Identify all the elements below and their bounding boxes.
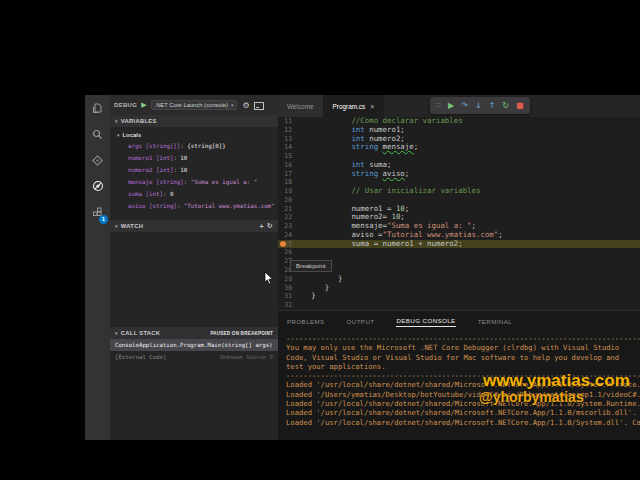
debug-sidebar: DEBUG ▶ .NET Core Launch (console) ▾ ⚙ ▾… — [110, 95, 278, 440]
explorer-icon — [92, 103, 103, 114]
editor-tabs: WelcomeProgram.cs× — [278, 95, 384, 117]
add-watch-icon[interactable]: + — [259, 223, 263, 230]
code-line-19[interactable]: 19 // Usar inicializar variables — [278, 187, 640, 196]
source-control-icon — [92, 155, 103, 166]
debug-toolbar: ∷▶↷↓↑↻■ — [430, 97, 530, 114]
close-tab-icon[interactable]: × — [370, 103, 374, 110]
locals-scope[interactable]: ▾ Locals — [110, 127, 278, 140]
stack-frame[interactable]: ConsoleApplication.Program.Main(string[]… — [110, 339, 278, 351]
code-line-14[interactable]: 14 string mensaje; — [278, 143, 640, 152]
debug-sidebar-toolbar: DEBUG ▶ .NET Core Launch (console) ▾ ⚙ — [110, 95, 278, 115]
locals-label: Locals — [123, 132, 142, 138]
sidebar-item-extensions[interactable]: 1 — [85, 199, 110, 225]
refresh-watch-icon[interactable]: ↻ — [267, 222, 273, 230]
step-out-icon[interactable]: ↑ — [489, 97, 496, 114]
code-line-29[interactable]: 29 } — [278, 275, 640, 284]
line-number: 12 — [278, 126, 298, 135]
watermark-site: www.ymatias.com — [483, 371, 630, 391]
sidebar-item-source-control[interactable] — [85, 147, 110, 173]
variables-list: args [string[]]: {string[0]}numero1 [int… — [110, 140, 278, 212]
extensions-badge: 1 — [99, 215, 108, 224]
console-line: Code, Visual Studio or Visual Studio for… — [286, 353, 640, 362]
panel-tab-output[interactable]: OUTPUT — [347, 315, 375, 327]
twisty-icon: ▾ — [115, 223, 118, 229]
variable-value: 10 — [180, 155, 187, 161]
variable-colon: : — [184, 179, 191, 185]
panel-tabs: PROBLEMSOUTPUTDEBUG CONSOLETERMINAL — [278, 311, 640, 330]
code-line-27[interactable]: 27 — [278, 257, 640, 266]
launch-config-select[interactable]: .NET Core Launch (console) ▾ — [151, 100, 238, 110]
gear-icon[interactable]: ⚙ — [242, 101, 249, 110]
watch-body — [110, 232, 278, 327]
panel-tab-debug-console[interactable]: DEBUG CONSOLE — [396, 314, 455, 327]
code-text: suma = numero1 + numero2; — [298, 240, 463, 249]
sidebar-item-explorer[interactable] — [85, 95, 110, 121]
sidebar-item-debug[interactable] — [85, 173, 110, 199]
line-number: 24 — [278, 231, 298, 240]
variables-header-label: VARIABLES — [121, 118, 157, 124]
panel-tab-terminal[interactable]: TERMINAL — [478, 315, 513, 327]
tab-label: Program.cs — [333, 103, 366, 110]
step-over-icon[interactable]: ↷ — [461, 97, 468, 114]
breakpoint-icon[interactable] — [280, 241, 286, 247]
variable-row[interactable]: aviso [string]: "Tutorial www.ymatias.co… — [128, 200, 278, 212]
line-number: 19 — [278, 187, 298, 196]
start-debug-icon[interactable]: ▶ — [141, 101, 146, 109]
variable-name: aviso [string] — [128, 203, 177, 209]
variable-row[interactable]: numero1 [int]: 10 — [128, 152, 278, 164]
line-number: 22 — [278, 213, 298, 222]
tab-label: Welcome — [287, 103, 314, 110]
code-text: } — [298, 292, 316, 301]
watermark-handle: @yhorbymatias — [479, 389, 584, 405]
drag-handle-icon[interactable]: ∷ — [436, 97, 441, 114]
launch-config-value: .NET Core Launch (console) — [155, 102, 228, 108]
code-text: string mensaje; — [298, 143, 418, 152]
console-line: Loaded '/usr/local/share/dotnet/shared/M… — [286, 418, 640, 427]
line-number: 23 — [278, 222, 298, 231]
continue-icon[interactable]: ▶ — [448, 97, 454, 114]
line-number: 18 — [278, 178, 298, 187]
twisty-icon: ▾ — [115, 118, 118, 124]
twisty-icon: ▾ — [117, 132, 120, 138]
variable-row[interactable]: numero2 [int]: 10 — [128, 164, 278, 176]
mouse-cursor — [264, 271, 274, 289]
code-line-26[interactable]: 26 — [278, 248, 640, 257]
sidebar-item-search[interactable] — [85, 121, 110, 147]
code-editor[interactable]: 11 //Como declarar variables12 int numer… — [278, 117, 640, 310]
variable-value: "Tutorial www.ymatias.com" — [184, 203, 275, 209]
code-line-31[interactable]: 31 } — [278, 292, 640, 301]
variables-section-header[interactable]: ▾ VARIABLES — [110, 115, 278, 127]
code-line-25[interactable]: 25 suma = numero1 + numero2; — [278, 240, 640, 249]
debug-console-toggle-icon[interactable] — [254, 96, 264, 114]
code-line-30[interactable]: 30 } — [278, 284, 640, 293]
breakpoint-tooltip: Breakpoint — [290, 260, 332, 272]
variable-name: numero2 [int] — [128, 167, 173, 173]
panel-tab-problems[interactable]: PROBLEMS — [287, 315, 325, 327]
line-number: 17 — [278, 170, 298, 179]
tab-program-cs[interactable]: Program.cs× — [324, 95, 385, 117]
tab-welcome[interactable]: Welcome — [278, 95, 324, 117]
variable-value: 10 — [180, 167, 187, 173]
line-number: 14 — [278, 143, 298, 152]
variable-row[interactable]: args [string[]]: {string[0]} — [128, 140, 278, 152]
console-line: ----------------------------------------… — [286, 334, 640, 343]
debug-title: DEBUG — [114, 102, 137, 108]
line-number: 13 — [278, 135, 298, 144]
restart-icon[interactable]: ↻ — [502, 97, 509, 114]
watch-header-label: WATCH — [121, 223, 143, 229]
console-line: test your applications. — [286, 362, 640, 371]
line-number: 31 — [278, 292, 298, 301]
stack-frame-label: [External Code] — [115, 354, 166, 360]
stack-frame-source: Unknown Source — [220, 354, 265, 360]
stack-frame[interactable]: [External Code] Unknown Source 0 — [110, 351, 278, 363]
watch-section-header[interactable]: ▾ WATCH + ↻ — [110, 220, 278, 232]
step-into-icon[interactable]: ↓ — [475, 97, 482, 114]
call-stack-section-header[interactable]: ▾ CALL STACK PAUSED ON BREAKPOINT — [110, 327, 278, 339]
variable-row[interactable]: suma [int]: 0 — [128, 188, 278, 200]
code-line-32[interactable]: 32 — [278, 301, 640, 310]
variable-name: suma [int] — [128, 191, 163, 197]
variable-row[interactable]: mensaje [string]: "Suma es igual a: " — [128, 176, 278, 188]
code-line-17[interactable]: 17 string aviso; — [278, 170, 640, 179]
stop-icon[interactable]: ■ — [516, 97, 524, 114]
variable-colon: : — [163, 191, 170, 197]
